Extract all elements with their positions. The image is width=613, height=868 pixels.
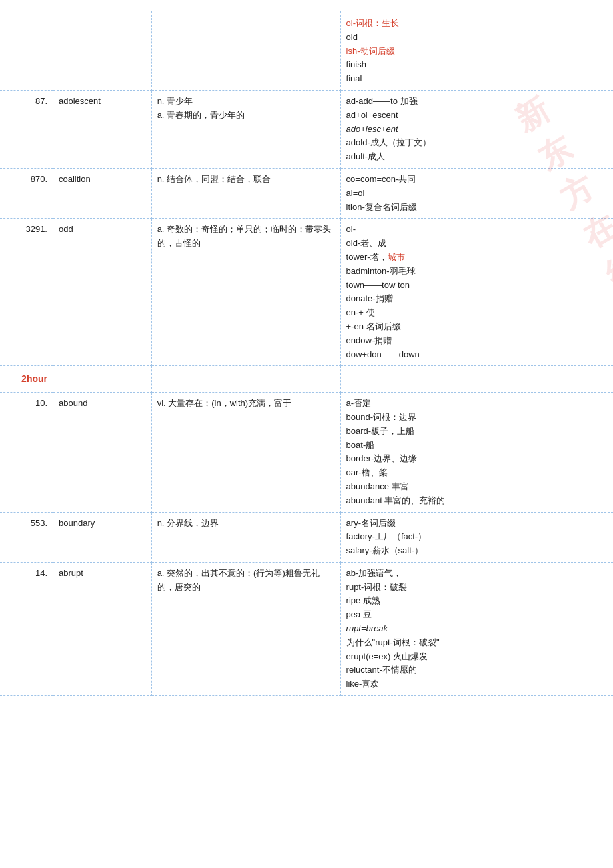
notes-line: final	[346, 72, 608, 86]
notes-line: pea 豆	[346, 608, 608, 622]
row-notes: co=com=con-共同al=olition-复合名词后缀	[340, 168, 613, 218]
notes-line: ol-词根：生长	[346, 17, 608, 31]
notes-line: adold-成人（拉丁文）	[346, 136, 608, 150]
table-row: 14. abrupt a. 突然的，出其不意的；(行为等)粗鲁无礼的，唐突的 a…	[0, 562, 613, 695]
table-row: 87. adolescent n. 青少年a. 青春期的，青少年的 ad-add…	[0, 90, 613, 168]
row-num	[0, 11, 53, 90]
notes-line: board-板子，上船	[346, 425, 608, 439]
notes-line: old	[346, 31, 608, 45]
table-row: 553. boundary n. 分界线，边界 ary-名词后缀factory-…	[0, 512, 613, 562]
notes-line: ad+ol+escent	[346, 109, 608, 123]
row-notes: ol-old-老、成tower-塔，城市badminton-羽毛球town——t…	[340, 219, 613, 366]
notes-line: rupt-词根：破裂	[346, 581, 608, 595]
notes-line: like-喜欢	[346, 677, 608, 691]
notes-line: finish	[346, 58, 608, 72]
notes-line: co=com=con-共同	[346, 173, 608, 187]
row-word: abrupt	[53, 562, 152, 695]
row-word: coalition	[53, 168, 152, 218]
notes-line: dow+don——down	[346, 348, 608, 362]
row-def: a. 突然的，出其不意的；(行为等)粗鲁无礼的，唐突的	[151, 562, 340, 695]
row-def: n. 青少年a. 青春期的，青少年的	[151, 90, 340, 168]
notes-line: endow-捐赠	[346, 334, 608, 348]
notes-line: en-+ 使	[346, 306, 608, 320]
notes-line: ish-动词后缀	[346, 45, 608, 59]
notes-line: old-老、成	[346, 237, 608, 251]
row-word: abound	[53, 393, 152, 512]
notes-line: reluctant-不情愿的	[346, 663, 608, 677]
notes-line: bound-词根：边界	[346, 411, 608, 425]
notes-line: boat-船	[346, 439, 608, 453]
row-num: 3291.	[0, 219, 53, 366]
table-row: 10. abound vi. 大量存在；(in，with)充满，富于 a-否定b…	[0, 393, 613, 512]
row-num: 553.	[0, 512, 53, 562]
notes-line: ado+lesc+ent	[346, 123, 608, 137]
notes-line: abundance 丰富	[346, 480, 608, 494]
notes-line: ad-add——to 加强	[346, 95, 608, 109]
row-def	[151, 11, 340, 90]
hour-def	[151, 366, 340, 393]
notes-line: +-en 名词后缀	[346, 320, 608, 334]
row-word: odd	[53, 219, 152, 366]
row-word: adolescent	[53, 90, 152, 168]
notes-line: tower-塔，城市	[346, 251, 608, 265]
notes-line: border-边界、边缘	[346, 452, 608, 466]
table-row: ol-词根：生长oldish-动词后缀finishfinal	[0, 11, 613, 90]
notes-line: 为什么"rupt-词根：破裂"	[346, 636, 608, 650]
row-notes: ary-名词后缀factory-工厂（fact-）salary-薪水（salt-…	[340, 512, 613, 562]
table-row: 3291. odd a. 奇数的；奇怪的；单只的；临时的；带零头的，古怪的 ol…	[0, 219, 613, 366]
page-header	[0, 0, 613, 11]
row-def: vi. 大量存在；(in，with)充满，富于	[151, 393, 340, 512]
notes-line: adult-成人	[346, 150, 608, 164]
notes-line: rupt=break	[346, 622, 608, 636]
row-notes: ab-加强语气，rupt-词根：破裂ripe 成熟pea 豆rupt=break…	[340, 562, 613, 695]
notes-line: badminton-羽毛球	[346, 265, 608, 279]
row-word	[53, 11, 152, 90]
table-row: 870. coalition n. 结合体，同盟；结合，联合 co=com=co…	[0, 168, 613, 218]
notes-line: ab-加强语气，	[346, 567, 608, 581]
notes-line: a-否定	[346, 397, 608, 411]
row-num: 870.	[0, 168, 53, 218]
row-notes: a-否定bound-词根：边界board-板子，上船boat-船border-边…	[340, 393, 613, 512]
notes-line: erupt(e=ex) 火山爆发	[346, 650, 608, 664]
row-notes: ol-词根：生长oldish-动词后缀finishfinal	[340, 11, 613, 90]
notes-line: ol-	[346, 223, 608, 237]
row-notes: ad-add——to 加强ad+ol+escentado+lesc+entado…	[340, 90, 613, 168]
hour-word	[53, 366, 152, 393]
notes-line: al=ol	[346, 187, 608, 201]
row-num: 10.	[0, 393, 53, 512]
row-def: n. 分界线，边界	[151, 512, 340, 562]
hour-num: 2hour	[0, 366, 53, 393]
row-num: 87.	[0, 90, 53, 168]
row-def: n. 结合体，同盟；结合，联合	[151, 168, 340, 218]
notes-line: factory-工厂（fact-）	[346, 530, 608, 544]
row-def: a. 奇数的；奇怪的；单只的；临时的；带零头的，古怪的	[151, 219, 340, 366]
notes-line: donate-捐赠	[346, 292, 608, 306]
hour-label: 2hour	[21, 373, 47, 384]
notes-line: ary-名词后缀	[346, 517, 608, 531]
main-table: ol-词根：生长oldish-动词后缀finishfinal 87. adole…	[0, 11, 613, 696]
notes-line: oar-橹、桨	[346, 466, 608, 480]
row-num: 14.	[0, 562, 53, 695]
notes-line: abundant 丰富的、充裕的	[346, 494, 608, 508]
notes-line: town——tow ton	[346, 279, 608, 293]
hour-notes	[340, 366, 613, 393]
notes-line: salary-薪水（salt-）	[346, 544, 608, 558]
hour-row: 2hour	[0, 366, 613, 393]
row-word: boundary	[53, 512, 152, 562]
notes-line: ripe 成熟	[346, 594, 608, 608]
notes-line: ition-复合名词后缀	[346, 201, 608, 215]
